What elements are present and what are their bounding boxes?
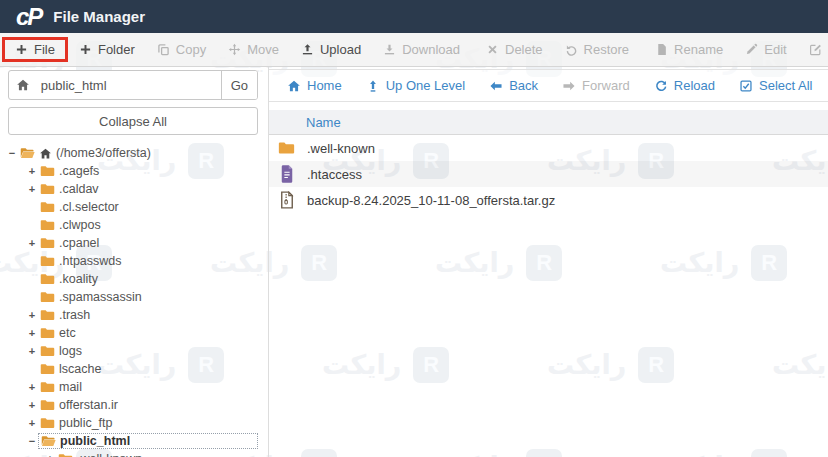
folder-icon — [40, 255, 55, 267]
tree-item-label: .trash — [59, 308, 90, 322]
nav-button-forward[interactable]: Forward — [550, 78, 642, 93]
tree-expander[interactable]: + — [26, 183, 38, 195]
folder-icon — [40, 273, 55, 285]
collapse-all-button[interactable]: Collapse All — [8, 107, 258, 135]
folder-icon — [40, 201, 55, 213]
tree-item-label: .well-known — [77, 452, 142, 457]
editbox-icon — [809, 43, 822, 56]
toolbar-button-label: File — [34, 42, 55, 57]
tree-item-etc[interactable]: + etc — [0, 324, 258, 342]
nav-button-label: Back — [509, 78, 538, 93]
tree-item-label: .cpanel — [59, 236, 99, 250]
toolbar-button-edit[interactable]: Edit — [734, 37, 797, 62]
folder-icon — [278, 140, 295, 157]
tree-expander[interactable]: + — [26, 417, 38, 429]
toolbar-button-label: Download — [402, 42, 460, 57]
plus-icon — [79, 43, 92, 56]
toolbar-button-label: Delete — [505, 42, 543, 57]
toolbar-button-folder[interactable]: Folder — [68, 37, 146, 62]
folder-icon — [40, 327, 55, 339]
toolbar-button-rename[interactable]: Rename — [644, 37, 734, 62]
tree-expander[interactable]: + — [26, 237, 38, 249]
nav-button-label: Up One Level — [386, 78, 466, 93]
tree-item-spamassassin[interactable]: .spamassassin — [0, 288, 258, 306]
toolbar-button-label: Edit — [764, 42, 786, 57]
tree-item-label: public_html — [60, 434, 130, 448]
toolbar-button-label: Move — [247, 42, 279, 57]
tree-item-lscache[interactable]: lscache — [0, 360, 258, 378]
go-button[interactable]: Go — [221, 71, 257, 99]
tree-item-well-known[interactable]: + .well-known — [0, 450, 258, 457]
folder-icon — [40, 183, 55, 195]
tree-item-label: offerstan.ir — [59, 398, 118, 412]
file-name: .well-known — [307, 141, 375, 156]
nav-button-home[interactable]: Home — [275, 78, 354, 93]
file-icon — [278, 166, 295, 183]
tree-item-label: .cagefs — [59, 164, 99, 178]
archive-icon — [278, 192, 295, 209]
toolbar-button-delete[interactable]: Delete — [475, 37, 554, 62]
nav-button-back[interactable]: Back — [477, 78, 550, 93]
nav-button-unselect-all[interactable]: Unselect All — [824, 78, 828, 93]
path-bar: Go — [8, 70, 258, 100]
folder-icon — [40, 417, 55, 429]
file-row-backup-8-24-2025-10-11-08-offersta-tar-gz[interactable]: backup-8.24.2025_10-11-08_offersta.tar.g… — [269, 187, 828, 213]
page-title: File Manager — [53, 8, 145, 25]
tree-expander[interactable]: + — [26, 165, 38, 177]
folder-icon — [40, 237, 55, 249]
tree-expander[interactable]: + — [44, 453, 56, 457]
nav-button-label: Forward — [582, 78, 630, 93]
tree-item-label: .spamassassin — [59, 290, 142, 304]
tree-item-cagefs[interactable]: + .cagefs — [0, 162, 258, 180]
tree-expander[interactable]: + — [26, 345, 38, 357]
folder-icon — [40, 363, 55, 375]
folder-icon — [58, 453, 73, 457]
tree-expander[interactable]: − — [26, 435, 38, 447]
file-row-well-known[interactable]: .well-known — [269, 135, 828, 161]
tree-item-offerstan-ir[interactable]: + offerstan.ir — [0, 396, 258, 414]
name-column-header[interactable]: Name — [269, 110, 828, 135]
toolbar-button-upload[interactable]: Upload — [290, 37, 372, 62]
path-input[interactable] — [37, 71, 221, 99]
tree-expander[interactable]: − — [6, 147, 18, 159]
pencil-icon — [745, 43, 758, 56]
tree-item-public-ftp[interactable]: + public_ftp — [0, 414, 258, 432]
tree-item-public-html[interactable]: − public_html — [0, 432, 258, 450]
cb-checked-icon — [739, 79, 753, 93]
file-row-htaccess[interactable]: .htaccess — [269, 161, 828, 187]
toolbar-button-restore[interactable]: Restore — [554, 37, 641, 62]
tree-item-clwpos[interactable]: .clwpos — [0, 216, 258, 234]
toolbar-button-download[interactable]: Download — [372, 37, 471, 62]
folder-icon — [40, 291, 55, 303]
tree-expander[interactable]: + — [26, 399, 38, 411]
tree-item-home3-offersta[interactable]: − (/home3/offersta) — [0, 144, 258, 162]
tree-item-label: .clwpos — [59, 218, 101, 232]
folder-open-icon — [41, 435, 56, 447]
folder-icon — [40, 345, 55, 357]
tree-item-htpasswds[interactable]: .htpasswds — [0, 252, 258, 270]
toolbar-button-move[interactable]: Move — [217, 37, 290, 62]
nav-button-reload[interactable]: Reload — [642, 78, 727, 93]
tree-item-cpanel[interactable]: + .cpanel — [0, 234, 258, 252]
file-icon — [655, 43, 668, 56]
nav-button-select-all[interactable]: Select All — [727, 78, 824, 93]
nav-toolbar: Home Up One Level Back Forward Reload Se… — [269, 69, 828, 102]
up-icon — [366, 79, 380, 93]
toolbar-button-label: Folder — [98, 42, 135, 57]
tree-expander[interactable]: + — [26, 327, 38, 339]
toolbar-button-file[interactable]: File — [2, 37, 68, 62]
tree-item-caldav[interactable]: + .caldav — [0, 180, 258, 198]
tree-item-cl-selector[interactable]: .cl.selector — [0, 198, 258, 216]
toolbar-button-copy[interactable]: Copy — [146, 37, 217, 62]
tree-expander[interactable]: + — [26, 309, 38, 321]
nav-button-up-one-level[interactable]: Up One Level — [354, 78, 478, 93]
tree-expander[interactable]: + — [26, 381, 38, 393]
tree-item-logs[interactable]: + logs — [0, 342, 258, 360]
toolbar-button-label: Rename — [674, 42, 723, 57]
toolbar-button-html-editor-beta[interactable]: HTML Editor (Beta) — [798, 37, 828, 62]
plus-icon — [15, 43, 28, 56]
tree-item-mail[interactable]: + mail — [0, 378, 258, 396]
tree-item-koality[interactable]: .koality — [0, 270, 258, 288]
upload-icon — [301, 43, 314, 56]
tree-item-trash[interactable]: + .trash — [0, 306, 258, 324]
